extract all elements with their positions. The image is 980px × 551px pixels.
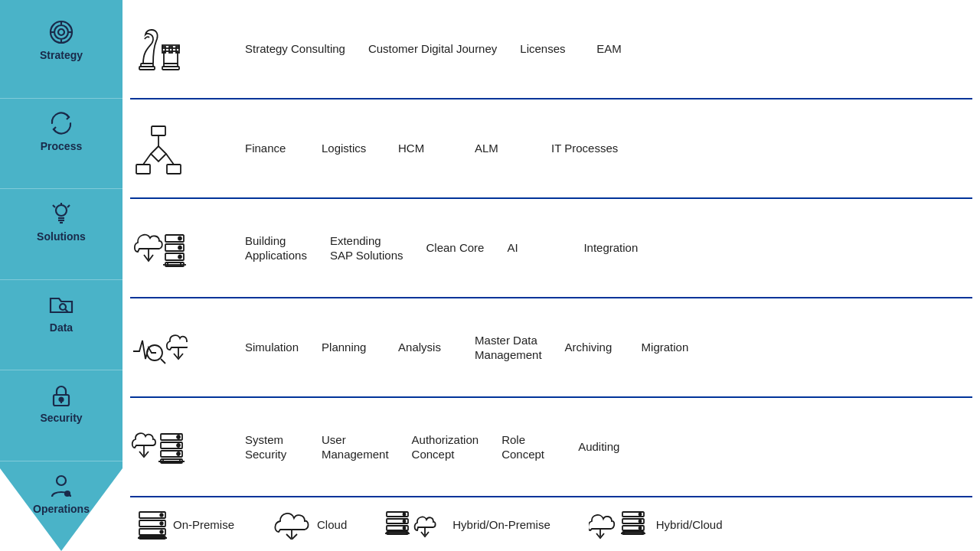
security-item-4: RoleConcept (494, 429, 570, 465)
svg-point-19 (57, 476, 66, 485)
sidebar-item-operations[interactable]: Operations (0, 461, 122, 552)
process-row-icons (130, 122, 237, 175)
svg-line-36 (143, 154, 151, 165)
svg-point-2 (58, 29, 64, 35)
sidebar-item-strategy[interactable]: Strategy (0, 8, 122, 99)
strategy-icon (47, 18, 75, 46)
data-row-items: Simulation Planning Analysis Master Data… (237, 330, 972, 366)
svg-rect-31 (152, 126, 165, 135)
sidebar-item-data[interactable]: Data (0, 280, 122, 371)
svg-marker-32 (151, 146, 166, 161)
solutions-icon (47, 200, 75, 227)
solutions-item-1: BuildingApplications (237, 230, 322, 266)
ops-item-hybrid-on-premise: Hybrid/On-Premise (362, 509, 566, 540)
process-row: Finance Logistics HCM ALM IT Processes (130, 99, 972, 199)
hybrid-on-premise-icon (385, 509, 446, 540)
svg-point-78 (403, 520, 406, 523)
security-row: SystemSecurity UserManagement Authorizat… (130, 398, 972, 497)
strategy-item-4: EAM (589, 38, 665, 60)
sidebar-label-process: Process (41, 140, 82, 152)
svg-point-79 (403, 527, 406, 530)
data-item-5: Archiving (557, 337, 634, 358)
security-icon (47, 381, 75, 409)
svg-point-56 (177, 435, 180, 439)
cloud-icon (273, 509, 311, 540)
solutions-row: BuildingApplications ExtendingSAP Soluti… (130, 199, 972, 298)
process-icon (47, 109, 75, 137)
sidebar-label-security: Security (40, 412, 82, 424)
svg-point-21 (67, 492, 68, 494)
security-item-1: SystemSecurity (237, 429, 314, 465)
sidebar: Strategy Process (0, 0, 122, 551)
data-item-2: Planning (314, 337, 390, 358)
security-item-2: UserManagement (314, 429, 404, 465)
svg-point-43 (178, 246, 181, 249)
data-row: Simulation Planning Analysis Master Data… (130, 298, 972, 398)
svg-point-66 (160, 514, 163, 517)
ops-label-on-premise: On-Premise (173, 518, 234, 531)
hybrid-cloud-icon (589, 509, 650, 540)
main-content: Strategy Consulting Customer Digital Jou… (122, 0, 980, 551)
process-row-items: Finance Logistics HCM ALM IT Processes (237, 138, 972, 159)
ops-label-hybrid-on-premise: Hybrid/On-Premise (452, 518, 550, 531)
strategy-item-1: Strategy Consulting (237, 38, 361, 60)
sidebar-label-strategy: Strategy (40, 49, 83, 61)
svg-point-42 (178, 237, 181, 240)
on-premise-icon (138, 509, 167, 540)
security-row-icons (130, 420, 237, 474)
process-item-1: Finance (237, 138, 314, 159)
svg-rect-33 (136, 165, 150, 174)
svg-line-37 (166, 154, 174, 165)
svg-point-91 (639, 527, 641, 530)
data-item-6: Migration (634, 337, 710, 358)
svg-point-44 (178, 256, 181, 259)
data-item-3: Analysis (390, 337, 467, 358)
svg-point-77 (403, 514, 406, 516)
solutions-item-2: ExtendingSAP Solutions (322, 230, 419, 266)
security-item-5: Auditing (570, 436, 647, 458)
solutions-row-items: BuildingApplications ExtendingSAP Soluti… (237, 230, 972, 266)
security-row-items: SystemSecurity UserManagement Authorizat… (237, 429, 972, 465)
svg-point-57 (177, 444, 180, 447)
svg-point-17 (60, 398, 64, 402)
ops-item-cloud: Cloud (250, 509, 362, 540)
svg-point-68 (160, 530, 163, 533)
strategy-row-items: Strategy Consulting Customer Digital Jou… (237, 38, 972, 60)
process-item-4: ALM (467, 138, 544, 159)
data-row-icons (130, 321, 237, 374)
svg-point-67 (160, 522, 163, 525)
solutions-item-5: Integration (576, 237, 653, 259)
svg-point-89 (639, 514, 641, 516)
sidebar-label-solutions: Solutions (37, 230, 86, 243)
data-item-4: Master DataManagement (467, 330, 557, 366)
svg-rect-23 (141, 64, 153, 67)
operations-icon (47, 472, 75, 500)
svg-point-1 (54, 25, 68, 39)
strategy-item-3: Licenses (512, 38, 589, 60)
svg-line-13 (67, 205, 70, 207)
ops-label-hybrid-cloud: Hybrid/Cloud (656, 518, 723, 531)
solutions-item-3: Clean Core (419, 237, 500, 259)
strategy-row-icons (130, 22, 237, 76)
operations-row: On-Premise Cloud (130, 497, 972, 551)
svg-line-12 (53, 205, 55, 207)
svg-line-50 (161, 359, 165, 364)
data-icon (47, 291, 75, 318)
security-item-3: AuthorizationConcept (404, 429, 495, 465)
sidebar-item-process[interactable]: Process (0, 99, 122, 190)
svg-point-58 (177, 452, 180, 455)
sidebar-item-security[interactable]: Security (0, 370, 122, 461)
sidebar-item-solutions[interactable]: Solutions (0, 189, 122, 280)
strategy-row: Strategy Consulting Customer Digital Jou… (130, 0, 972, 99)
strategy-item-2: Customer Digital Journey (361, 38, 512, 60)
solutions-item-4: AI (499, 237, 576, 259)
sidebar-label-operations: Operations (33, 503, 90, 515)
svg-point-7 (56, 205, 67, 216)
process-item-3: HCM (390, 138, 467, 159)
ops-item-hybrid-cloud: Hybrid/Cloud (566, 509, 738, 540)
process-item-2: Logistics (314, 138, 390, 159)
sidebar-label-data: Data (50, 321, 73, 334)
ops-label-cloud: Cloud (317, 518, 347, 531)
process-item-5: IT Processes (544, 138, 633, 159)
ops-item-on-premise: On-Premise (130, 509, 250, 540)
